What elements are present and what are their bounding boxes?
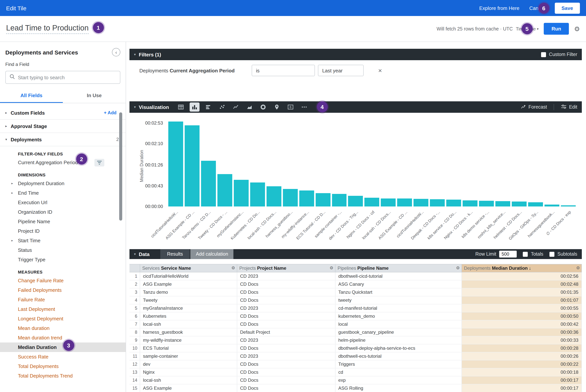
field-item-failure-rate[interactable]: Failure Rate [0, 295, 126, 304]
field-item-longest-deployment[interactable]: Longest Deployment [0, 314, 126, 324]
chart-bar[interactable] [217, 174, 232, 206]
chart-bar[interactable] [348, 196, 363, 206]
field-item-label: Median Duration [18, 344, 57, 350]
tab-results[interactable]: Results [160, 249, 190, 259]
filter-operator-select[interactable]: is [252, 65, 315, 76]
area-chart-icon[interactable] [244, 102, 254, 112]
filter-field-button[interactable] [94, 159, 104, 166]
gear-icon[interactable]: ⚙ [456, 266, 460, 270]
field-item-project-id[interactable]: Project ID [0, 226, 126, 236]
donut-chart-icon[interactable] [258, 102, 268, 112]
filter-value-input[interactable]: Last year [318, 65, 364, 76]
column-header-service-name[interactable]: Services Service Name⚙ [140, 264, 237, 272]
sidebar-scrollbar[interactable] [119, 112, 122, 220]
totals-checkbox[interactable] [523, 252, 528, 256]
totals-label: Totals [531, 252, 543, 257]
field-item-trigger-type[interactable]: Trigger Type [0, 255, 126, 264]
chart-bar[interactable] [234, 180, 249, 206]
field-group-approval-stage[interactable]: ▸Approval Stage [0, 120, 126, 133]
chart-bar[interactable] [479, 201, 494, 206]
chart-bar[interactable] [463, 200, 478, 206]
gear-icon[interactable]: ⚙ [330, 266, 333, 270]
field-item-deployment-duration[interactable]: ▸Deployment Duration [0, 179, 126, 188]
field-group-custom-fields[interactable]: ▸Custom Fields+ Add [0, 106, 126, 120]
field-group-deployments[interactable]: ▾Deployments2 [0, 133, 126, 146]
table-cell: Default Project [237, 328, 335, 336]
map-icon[interactable] [272, 102, 282, 112]
explore-from-here-link[interactable]: Explore from Here [479, 5, 519, 11]
field-item-pipeline-name[interactable]: Pipeline Name [0, 217, 126, 226]
chart-bar[interactable] [365, 198, 379, 206]
column-chart-icon[interactable] [190, 102, 199, 112]
add-custom-field-button[interactable]: + Add [104, 110, 116, 116]
field-item-mean-duration[interactable]: Mean duration [0, 324, 126, 333]
chart-bar[interactable] [201, 161, 216, 206]
column-header-median-duration[interactable]: Deployments Median Duration↓⚙ [462, 264, 582, 272]
chart-bar[interactable] [414, 199, 429, 206]
chart-bar[interactable] [299, 191, 314, 207]
scatter-chart-icon[interactable] [217, 102, 227, 112]
column-header-project-name[interactable]: Projects Project Name⚙ [237, 264, 335, 272]
chart-bar[interactable] [512, 202, 527, 206]
line-chart-icon[interactable] [231, 102, 241, 112]
field-item-current-aggregation-period[interactable]: Current Aggregation Period [0, 158, 126, 167]
run-button[interactable]: Run [544, 23, 569, 35]
field-item-organization-id[interactable]: Organization ID [0, 207, 126, 217]
field-item-failed-deployments[interactable]: Failed Deployments [0, 285, 126, 295]
save-button[interactable]: Save [555, 2, 580, 14]
add-calculation-button[interactable]: Add calculation [191, 249, 234, 259]
chart-bar[interactable] [545, 204, 559, 206]
field-search-input[interactable] [18, 74, 116, 80]
collapse-sidebar-button[interactable]: ‹ [112, 48, 120, 56]
row-limit-input[interactable] [499, 251, 517, 258]
tab-in-use[interactable]: In Use [63, 89, 126, 103]
gear-icon[interactable]: ⚙ [231, 266, 235, 270]
field-item-execution-url[interactable]: Execution Url [0, 198, 126, 207]
settings-gear-icon[interactable]: ⚙ [574, 25, 580, 32]
tile-title-input[interactable]: Lead Time to Production [6, 24, 89, 34]
chart-bar[interactable] [446, 200, 461, 206]
chart-bar[interactable] [266, 186, 281, 206]
caret-down-icon[interactable]: ▾ [134, 52, 136, 56]
x-axis-tick-label: harness_guestboo... [265, 210, 294, 238]
chart-bar[interactable] [332, 194, 347, 206]
subtotals-checkbox[interactable] [550, 252, 555, 256]
field-item-mean-duration-trend[interactable]: Mean duration trend [0, 333, 126, 342]
field-item-total-deployments-trend[interactable]: Total Deployments Trend [0, 371, 126, 380]
single-value-icon[interactable]: 6 [286, 102, 295, 112]
gear-icon[interactable]: ⚙ [576, 266, 580, 270]
bar-chart-icon[interactable] [203, 102, 213, 112]
more-options-icon[interactable] [299, 102, 309, 112]
chart-bar[interactable] [283, 189, 298, 206]
field-item-last-deployment[interactable]: Last Deployment [0, 304, 126, 314]
chart-bar[interactable] [561, 206, 576, 206]
field-item-success-rate[interactable]: Success Rate [0, 352, 126, 362]
chart-bar[interactable] [430, 199, 445, 206]
edit-visualization-button[interactable]: Edit [561, 104, 577, 110]
chart-bar[interactable] [381, 198, 396, 206]
field-search-box [5, 71, 120, 84]
chart-bar[interactable] [185, 126, 199, 206]
chart-bar[interactable] [495, 201, 510, 206]
remove-filter-button[interactable]: × [378, 67, 382, 74]
chart-bar[interactable] [397, 198, 412, 206]
chart-bar[interactable] [528, 202, 543, 206]
chart-bar[interactable] [250, 182, 265, 206]
table-cell: 00:02:56 [462, 272, 582, 280]
tab-all-fields[interactable]: All Fields [0, 89, 63, 103]
field-item-change-failure-rate[interactable]: Change Failure Rate [0, 276, 126, 285]
table-icon[interactable] [176, 102, 186, 112]
table-cell: tweety [335, 296, 462, 304]
caret-down-icon[interactable]: ▾ [134, 252, 136, 256]
field-item-total-deployments[interactable]: Total Deployments [0, 362, 126, 371]
field-item-start-time[interactable]: ▸Start Time [0, 236, 126, 245]
field-item-end-time[interactable]: ▸End Time [0, 188, 126, 198]
forecast-button[interactable]: Forecast [521, 104, 547, 110]
field-item-status[interactable]: Status [0, 245, 126, 255]
custom-filter-checkbox[interactable] [541, 52, 546, 57]
chart-bar[interactable] [168, 122, 183, 206]
caret-down-icon[interactable]: ▾ [134, 105, 136, 109]
chart-bar[interactable] [315, 193, 330, 206]
field-item-median-duration[interactable]: Median Duration [0, 342, 126, 352]
column-header-pipeline-name[interactable]: Pipelines Pipeline Name⚙ [335, 264, 462, 272]
